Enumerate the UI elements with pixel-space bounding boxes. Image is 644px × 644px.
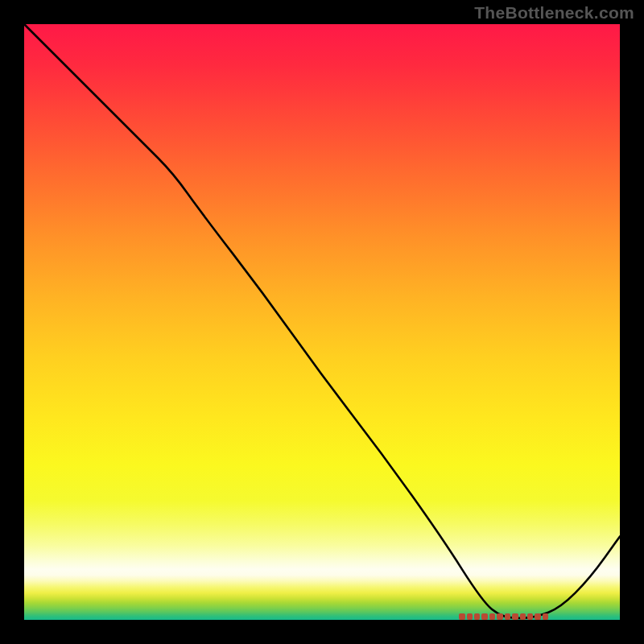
baseline-marker-dot: [512, 613, 518, 620]
chart-stage: TheBottleneck.com: [0, 0, 644, 644]
baseline-marker-dot: [520, 613, 526, 620]
baseline-marker-dot: [489, 613, 495, 620]
baseline-marker-strip: [459, 613, 548, 620]
baseline-marker-dot: [497, 613, 502, 620]
baseline-marker-dot: [481, 613, 487, 620]
baseline-marker-dot: [474, 613, 480, 620]
curve-layer: [24, 24, 620, 620]
baseline-marker-dot: [535, 613, 540, 620]
baseline-marker-dot: [543, 613, 548, 620]
baseline-marker-dot: [467, 613, 473, 620]
baseline-marker-dot: [459, 613, 464, 620]
baseline-marker-dot: [527, 613, 533, 620]
watermark-text: TheBottleneck.com: [474, 3, 634, 23]
plot-area: [24, 24, 620, 620]
curve-path: [24, 24, 620, 618]
baseline-marker-dot: [505, 613, 510, 620]
